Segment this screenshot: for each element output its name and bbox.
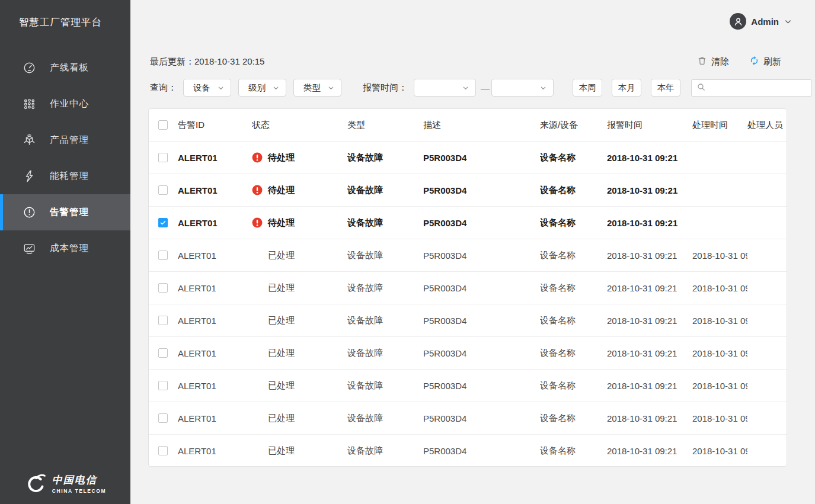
type-dropdown[interactable]: 类型 <box>293 79 341 97</box>
cell-handle-time: 2018-10-31 09:21 <box>692 348 747 358</box>
clear-button[interactable]: 清除 <box>697 56 729 68</box>
this-month-button[interactable]: 本月 <box>612 79 641 97</box>
main-content: Admin 最后更新：2018-10-31 20:15 清除 <box>130 0 815 504</box>
sidebar-item-energy-management[interactable]: 能耗管理 <box>0 158 130 194</box>
cell-handle-time: 2018-10-31 09:21 <box>692 381 747 391</box>
cell-description: P5R003D4 <box>423 316 540 326</box>
cell-status: 已处理 <box>252 315 347 326</box>
cell-source: 设备名称 <box>540 152 607 163</box>
last-update-label: 最后更新： <box>150 56 194 66</box>
search-input[interactable] <box>710 83 815 92</box>
table-row[interactable]: ALERT01 已处理 设备故障 P5R003D4 设备名称 2018-10-3… <box>149 370 787 402</box>
col-header-description: 描述 <box>423 120 540 131</box>
status-text: 已处理 <box>268 380 295 391</box>
sidebar-item-product-management[interactable]: 产品管理 <box>0 122 130 158</box>
cube-icon <box>23 133 36 147</box>
chevron-down-icon <box>272 84 280 92</box>
table-row[interactable]: ALERT01 已处理 设备故障 P5R003D4 设备名称 2018-10-3… <box>149 304 787 337</box>
cell-description: P5R003D4 <box>423 251 540 261</box>
dot-grid-icon <box>23 97 36 111</box>
row-checkbox[interactable] <box>158 446 168 455</box>
cell-handle-time: 2018-10-31 09:21 <box>692 316 747 326</box>
table-row[interactable]: ALERT01 已处理 设备故障 P5R003D4 设备名称 2018-10-3… <box>149 239 787 272</box>
cell-alarm-time: 2018-10-31 09:21 <box>607 251 692 261</box>
cell-status: 已处理 <box>252 445 347 457</box>
cell-alarm-time: 2018-10-31 09:21 <box>607 218 692 228</box>
table-row[interactable]: ALERT01 已处理 设备故障 P5R003D4 设备名称 2018-10-3… <box>149 402 787 435</box>
row-checkbox[interactable] <box>158 413 168 423</box>
actions-row: 最后更新：2018-10-31 20:15 清除 <box>130 52 815 71</box>
table-row[interactable]: ALERT01 已处理 设备故障 P5R003D4 设备名称 2018-10-3… <box>149 272 787 304</box>
table-row[interactable]: ALERT01 已处理 设备故障 P5R003D4 设备名称 2018-10-3… <box>149 337 787 370</box>
cell-handle-time: 2018-10-31 09:21 <box>692 446 747 456</box>
row-checkbox[interactable] <box>158 316 168 325</box>
china-telecom-logo: 中国电信 CHINA TELECOM <box>0 472 130 495</box>
date-to-dropdown[interactable] <box>491 79 554 97</box>
cell-source: 设备名称 <box>540 250 607 261</box>
user-menu[interactable]: Admin <box>730 13 792 30</box>
sidebar-item-label: 成本管理 <box>50 242 89 255</box>
table-row[interactable]: ALERT01 待处理 设备故障 P5R003D4 设备名称 2018-10-3… <box>149 207 787 239</box>
cell-handle-time: 2018-10-31 09:21 <box>692 251 747 261</box>
cell-source: 设备名称 <box>540 445 607 457</box>
this-year-button[interactable]: 本年 <box>651 79 680 97</box>
row-checkbox[interactable] <box>158 348 168 358</box>
row-checkbox[interactable] <box>158 185 168 195</box>
sidebar-item-work-center[interactable]: 作业中心 <box>0 86 130 122</box>
level-dropdown[interactable]: 级别 <box>238 79 286 97</box>
row-checkbox[interactable] <box>158 153 168 162</box>
cell-alert-id: ALERT01 <box>178 153 252 163</box>
cell-alarm-time: 2018-10-31 09:21 <box>607 316 692 326</box>
cell-alarm-time: 2018-10-31 09:21 <box>607 446 692 456</box>
cell-type: 设备故障 <box>347 217 423 229</box>
this-week-button[interactable]: 本周 <box>573 79 602 97</box>
sidebar-item-label: 产品管理 <box>50 134 89 146</box>
topbar: Admin <box>130 0 815 43</box>
cell-source: 设备名称 <box>540 315 607 326</box>
level-dropdown-value: 级别 <box>248 82 266 94</box>
cell-type: 设备故障 <box>347 250 423 261</box>
cell-source: 设备名称 <box>540 348 607 359</box>
table-row[interactable]: ALERT01 待处理 设备故障 P5R003D4 设备名称 2018-10-3… <box>149 174 787 207</box>
logo-cn-text: 中国电信 <box>52 473 106 487</box>
date-from-dropdown[interactable] <box>414 79 476 97</box>
cell-alarm-time: 2018-10-31 09:21 <box>607 283 692 293</box>
cell-type: 设备故障 <box>347 413 423 424</box>
row-checkbox[interactable] <box>158 283 168 293</box>
sidebar-item-production-board[interactable]: 产线看板 <box>0 50 130 86</box>
table-row[interactable]: ALERT01 已处理 设备故障 P5R003D4 设备名称 2018-10-3… <box>149 435 787 467</box>
row-checkbox[interactable] <box>158 381 168 390</box>
cell-status: 已处理 <box>252 348 347 359</box>
row-checkbox[interactable] <box>158 251 168 260</box>
cell-type: 设备故障 <box>347 283 423 294</box>
cell-alert-id: ALERT01 <box>178 185 252 195</box>
date-range-separator: — <box>481 83 489 93</box>
cell-source: 设备名称 <box>540 380 607 391</box>
cell-alert-id: ALERT01 <box>178 251 252 261</box>
sidebar-item-cost-management[interactable]: 成本管理 <box>0 230 130 267</box>
sidebar-item-alert-management[interactable]: 告警管理 <box>0 194 130 230</box>
cell-alert-id: ALERT01 <box>178 381 252 391</box>
cell-alert-id: ALERT01 <box>178 316 252 326</box>
filter-row: 查询： 设备 级别 类型 报警时间： <box>130 79 815 97</box>
cell-description: P5R003D4 <box>423 218 540 228</box>
query-label: 查询： <box>150 82 177 94</box>
cell-description: P5R003D4 <box>423 446 540 456</box>
cell-status: 待处理 <box>252 152 347 163</box>
device-dropdown[interactable]: 设备 <box>183 79 231 97</box>
cell-source: 设备名称 <box>540 217 607 229</box>
table-row[interactable]: ALERT01 待处理 设备故障 P5R003D4 设备名称 2018-10-3… <box>149 142 787 174</box>
row-checkbox[interactable] <box>158 218 168 227</box>
cell-alarm-time: 2018-10-31 09:21 <box>607 381 692 391</box>
cell-alarm-time: 2018-10-31 09:21 <box>607 348 692 358</box>
lightning-icon <box>23 169 36 183</box>
cell-alarm-time: 2018-10-31 09:21 <box>607 413 692 423</box>
select-all-checkbox[interactable] <box>158 120 168 130</box>
status-text: 待处理 <box>268 185 295 196</box>
avatar <box>730 13 746 30</box>
col-header-handler: 处理人员 <box>747 120 787 131</box>
clear-button-label: 清除 <box>711 56 729 68</box>
refresh-button[interactable]: 刷新 <box>749 56 781 68</box>
cell-alert-id: ALERT01 <box>178 413 252 423</box>
col-header-type: 类型 <box>347 120 423 131</box>
